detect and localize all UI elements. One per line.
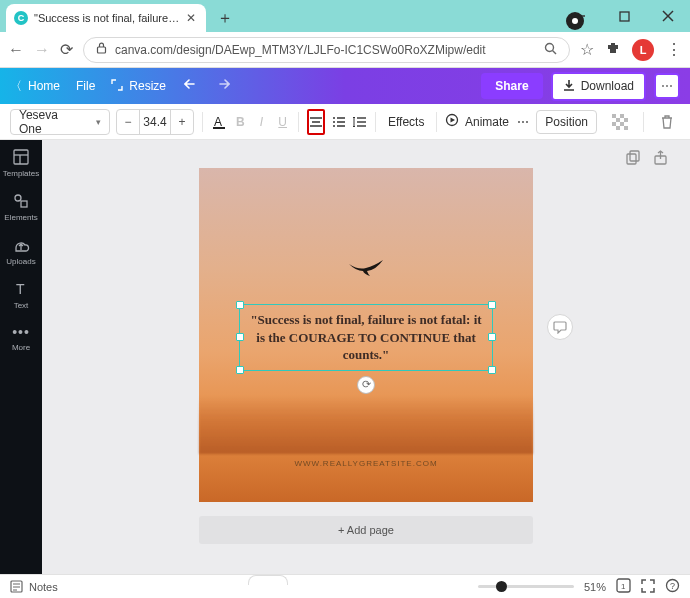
list-button[interactable] [331,109,346,135]
tab-title: "Success is not final, failure is no [34,12,180,24]
download-button[interactable]: Download [551,72,646,101]
resize-handle-se[interactable] [488,366,496,374]
bold-button[interactable]: B [233,109,248,135]
page-drawer-handle[interactable] [248,575,288,585]
chevron-left-icon: 〈 [10,78,22,95]
text-toolbar: Yeseva One ▾ − 34.4 + A B I U Effects An… [0,104,690,140]
font-family-label: Yeseva One [19,108,72,136]
font-family-select[interactable]: Yeseva One ▾ [10,109,110,135]
svg-rect-28 [612,122,616,126]
font-size-increase[interactable]: + [171,115,193,129]
maximize-button[interactable] [602,0,646,32]
animate-icon [445,113,459,130]
svg-text:T: T [16,281,25,297]
undo-button[interactable] [184,78,200,95]
underline-button[interactable]: U [275,109,290,135]
resize-label: Resize [129,79,166,93]
resize-button[interactable]: Resize [111,79,166,94]
app-header: 〈 Home File Resize Share Download ⋯ [0,68,690,104]
notes-button[interactable]: Notes [10,580,58,593]
chevron-down-icon: ▾ [96,117,101,127]
download-icon [563,79,575,94]
effects-button[interactable]: Effects [384,115,428,129]
text-align-button[interactable] [307,109,325,135]
fullscreen-button[interactable] [641,579,655,595]
text-color-button[interactable]: A [211,109,227,135]
add-page-label: + Add page [338,524,394,536]
canvas-area[interactable]: "Success is not final, failure is not fa… [42,140,690,574]
close-window-button[interactable] [646,0,690,32]
svg-rect-38 [627,154,636,164]
grid-view-button[interactable]: 1 [616,578,631,595]
search-icon[interactable] [544,42,557,58]
duplicate-page-icon[interactable] [626,150,641,169]
add-page-button[interactable]: + Add page [199,516,533,544]
sidebar-item-more[interactable]: ••• More [12,324,30,352]
browser-menu-icon[interactable]: ⋮ [666,40,682,59]
comment-button[interactable] [547,314,573,340]
svg-rect-25 [620,114,624,118]
redo-button[interactable] [214,78,230,95]
extensions-icon[interactable] [606,41,620,59]
resize-handle-ne[interactable] [488,301,496,309]
animate-button[interactable]: Animate [445,113,509,130]
sidebar-label: More [12,343,30,352]
separator [202,112,203,132]
position-button[interactable]: Position [536,110,597,134]
font-size-value[interactable]: 34.4 [139,110,171,134]
zoom-slider-thumb[interactable] [496,581,507,592]
design-canvas[interactable]: "Success is not final, failure is not fa… [199,168,533,502]
forward-button[interactable]: → [34,41,50,59]
resize-handle-nw[interactable] [236,301,244,309]
svg-rect-36 [21,201,27,207]
close-tab-icon[interactable]: ✕ [186,11,196,25]
resize-handle-sw[interactable] [236,366,244,374]
sidebar-item-uploads[interactable]: Uploads [6,236,35,266]
home-button[interactable]: 〈 Home [10,78,60,95]
more-text-options[interactable]: ⋯ [515,109,530,135]
separator [298,112,299,132]
spacing-button[interactable] [352,109,367,135]
url-input[interactable]: canva.com/design/DAEwp_MTM3Y/LJLFo-IC1CS… [83,37,570,63]
svg-text:1: 1 [621,582,626,591]
more-icon: ••• [12,324,30,340]
font-size-decrease[interactable]: − [117,115,139,129]
share-page-icon[interactable] [653,150,668,169]
resize-handle-w[interactable] [236,333,244,341]
more-menu-button[interactable]: ⋯ [654,73,680,99]
svg-rect-24 [612,114,616,118]
new-tab-button[interactable]: ＋ [212,5,238,31]
delete-button[interactable] [654,109,680,135]
canva-favicon: C [14,11,28,25]
resize-handle-e[interactable] [488,333,496,341]
browser-tab[interactable]: C "Success is not final, failure is no ✕ [6,4,206,32]
text-selection-box[interactable]: "Success is not final, failure is not fa… [239,304,493,371]
lock-icon [96,42,107,57]
help-button[interactable]: ? [665,578,680,595]
rotate-handle[interactable]: ⟳ [357,376,375,394]
share-button[interactable]: Share [481,73,542,99]
website-text[interactable]: WWW.REALLYGREATSITE.COM [199,459,533,468]
sidebar-item-templates[interactable]: Templates [3,148,39,178]
zoom-slider[interactable] [478,585,574,588]
animate-label: Animate [465,115,509,129]
file-menu[interactable]: File [76,79,95,93]
svg-point-35 [15,195,21,201]
reload-button[interactable]: ⟳ [60,40,73,59]
home-label: Home [28,79,60,93]
bottom-bar: Notes 51% 1 ? [0,574,690,598]
notes-label: Notes [29,581,58,593]
sidebar-label: Text [14,301,29,310]
quote-text[interactable]: "Success is not final, failure is not fa… [240,305,492,370]
svg-rect-4 [98,47,106,53]
sidebar-item-elements[interactable]: Elements [4,192,37,222]
svg-rect-1 [620,12,629,21]
italic-button[interactable]: I [254,109,269,135]
zoom-value[interactable]: 51% [584,581,606,593]
sidebar-item-text[interactable]: T Text [12,280,30,310]
svg-rect-27 [624,118,628,122]
star-icon[interactable]: ☆ [580,40,594,59]
profile-avatar[interactable]: L [632,39,654,61]
transparency-button[interactable] [607,109,633,135]
back-button[interactable]: ← [8,41,24,59]
